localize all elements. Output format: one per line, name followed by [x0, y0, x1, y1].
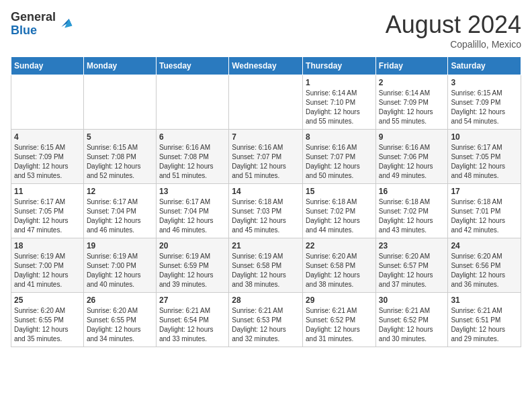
calendar-cell: 10Sunrise: 6:17 AM Sunset: 7:05 PM Dayli…: [448, 130, 521, 184]
calendar-cell: 5Sunrise: 6:15 AM Sunset: 7:08 PM Daylig…: [83, 130, 156, 184]
day-number: 29: [306, 295, 373, 305]
day-info: Sunrise: 6:17 AM Sunset: 7:05 PM Dayligh…: [451, 143, 518, 181]
day-number: 30: [379, 295, 445, 305]
calendar-cell: 12Sunrise: 6:17 AM Sunset: 7:04 PM Dayli…: [83, 184, 156, 238]
day-number: 12: [87, 187, 153, 196]
day-number: 21: [232, 241, 300, 250]
calendar-cell: 23Sunrise: 6:20 AM Sunset: 6:57 PM Dayli…: [375, 238, 448, 293]
logo-blue: Blue: [11, 24, 56, 38]
day-info: Sunrise: 6:20 AM Sunset: 6:55 PM Dayligh…: [87, 306, 153, 344]
weekday-header: Wednesday: [229, 57, 303, 75]
calendar-cell: 8Sunrise: 6:16 AM Sunset: 7:07 PM Daylig…: [303, 130, 376, 184]
title-block: August 2024 Copalillo, Mexico: [386, 11, 521, 50]
page-header: General Blue August 2024 Copalillo, Mexi…: [11, 11, 521, 50]
day-number: 10: [451, 132, 518, 142]
weekday-header: Sunday: [11, 57, 84, 75]
logo-icon: [57, 16, 73, 32]
calendar-cell: [83, 75, 156, 130]
calendar-cell: 29Sunrise: 6:21 AM Sunset: 6:52 PM Dayli…: [303, 293, 376, 347]
day-number: 31: [451, 295, 518, 305]
day-info: Sunrise: 6:18 AM Sunset: 7:03 PM Dayligh…: [232, 197, 300, 235]
day-number: 14: [232, 187, 300, 196]
day-number: 27: [159, 295, 226, 305]
calendar-body: 1Sunrise: 6:14 AM Sunset: 7:10 PM Daylig…: [11, 75, 521, 347]
day-info: Sunrise: 6:21 AM Sunset: 6:53 PM Dayligh…: [232, 306, 300, 344]
day-number: 5: [87, 132, 153, 142]
day-info: Sunrise: 6:20 AM Sunset: 6:56 PM Dayligh…: [451, 252, 518, 289]
day-info: Sunrise: 6:16 AM Sunset: 7:08 PM Dayligh…: [159, 143, 226, 181]
day-info: Sunrise: 6:20 AM Sunset: 6:58 PM Dayligh…: [306, 252, 373, 289]
day-info: Sunrise: 6:15 AM Sunset: 7:09 PM Dayligh…: [14, 143, 81, 181]
calendar-week-row: 11Sunrise: 6:17 AM Sunset: 7:05 PM Dayli…: [11, 184, 521, 238]
day-info: Sunrise: 6:15 AM Sunset: 7:08 PM Dayligh…: [87, 143, 153, 181]
day-info: Sunrise: 6:16 AM Sunset: 7:07 PM Dayligh…: [232, 143, 300, 181]
month-year-title: August 2024: [386, 11, 521, 39]
calendar-header: SundayMondayTuesdayWednesdayThursdayFrid…: [11, 57, 521, 75]
calendar-cell: 4Sunrise: 6:15 AM Sunset: 7:09 PM Daylig…: [11, 130, 84, 184]
day-number: 6: [159, 132, 226, 142]
day-info: Sunrise: 6:21 AM Sunset: 6:52 PM Dayligh…: [379, 306, 445, 344]
calendar-cell: 7Sunrise: 6:16 AM Sunset: 7:07 PM Daylig…: [229, 130, 303, 184]
day-info: Sunrise: 6:21 AM Sunset: 6:51 PM Dayligh…: [451, 306, 518, 344]
calendar-cell: 6Sunrise: 6:16 AM Sunset: 7:08 PM Daylig…: [156, 130, 228, 184]
calendar-cell: 18Sunrise: 6:19 AM Sunset: 7:00 PM Dayli…: [11, 238, 84, 293]
day-info: Sunrise: 6:17 AM Sunset: 7:04 PM Dayligh…: [159, 197, 226, 235]
calendar-cell: 1Sunrise: 6:14 AM Sunset: 7:10 PM Daylig…: [303, 75, 376, 130]
day-info: Sunrise: 6:15 AM Sunset: 7:09 PM Dayligh…: [451, 89, 518, 126]
location-subtitle: Copalillo, Mexico: [386, 39, 521, 50]
day-info: Sunrise: 6:20 AM Sunset: 6:57 PM Dayligh…: [379, 252, 445, 289]
day-info: Sunrise: 6:18 AM Sunset: 7:02 PM Dayligh…: [306, 197, 373, 235]
calendar-cell: [11, 75, 84, 130]
day-info: Sunrise: 6:16 AM Sunset: 7:07 PM Dayligh…: [306, 143, 373, 181]
calendar-cell: 28Sunrise: 6:21 AM Sunset: 6:53 PM Dayli…: [229, 293, 303, 347]
day-info: Sunrise: 6:14 AM Sunset: 7:10 PM Dayligh…: [306, 89, 373, 126]
calendar-cell: [229, 75, 303, 130]
day-info: Sunrise: 6:17 AM Sunset: 7:05 PM Dayligh…: [14, 197, 81, 235]
weekday-header: Monday: [83, 57, 156, 75]
calendar-week-row: 1Sunrise: 6:14 AM Sunset: 7:10 PM Daylig…: [11, 75, 521, 130]
day-number: 7: [232, 132, 300, 142]
day-number: 11: [14, 187, 81, 196]
calendar-cell: 13Sunrise: 6:17 AM Sunset: 7:04 PM Dayli…: [156, 184, 228, 238]
calendar-cell: 24Sunrise: 6:20 AM Sunset: 6:56 PM Dayli…: [448, 238, 521, 293]
day-info: Sunrise: 6:19 AM Sunset: 7:00 PM Dayligh…: [87, 252, 153, 289]
day-number: 22: [306, 241, 373, 250]
day-number: 3: [451, 78, 518, 87]
calendar-cell: 2Sunrise: 6:14 AM Sunset: 7:09 PM Daylig…: [375, 75, 448, 130]
day-info: Sunrise: 6:21 AM Sunset: 6:52 PM Dayligh…: [306, 306, 373, 344]
day-number: 18: [14, 241, 81, 250]
day-number: 1: [306, 78, 373, 87]
day-number: 28: [232, 295, 300, 305]
day-info: Sunrise: 6:17 AM Sunset: 7:04 PM Dayligh…: [87, 197, 153, 235]
day-info: Sunrise: 6:20 AM Sunset: 6:55 PM Dayligh…: [14, 306, 81, 344]
day-number: 24: [451, 241, 518, 250]
day-info: Sunrise: 6:18 AM Sunset: 7:01 PM Dayligh…: [451, 197, 518, 235]
calendar-cell: 11Sunrise: 6:17 AM Sunset: 7:05 PM Dayli…: [11, 184, 84, 238]
day-info: Sunrise: 6:19 AM Sunset: 7:00 PM Dayligh…: [14, 252, 81, 289]
calendar-cell: 21Sunrise: 6:19 AM Sunset: 6:58 PM Dayli…: [229, 238, 303, 293]
day-info: Sunrise: 6:18 AM Sunset: 7:02 PM Dayligh…: [379, 197, 445, 235]
day-number: 17: [451, 187, 518, 196]
calendar-cell: 31Sunrise: 6:21 AM Sunset: 6:51 PM Dayli…: [448, 293, 521, 347]
calendar-cell: 30Sunrise: 6:21 AM Sunset: 6:52 PM Dayli…: [375, 293, 448, 347]
day-number: 23: [379, 241, 445, 250]
calendar-cell: 3Sunrise: 6:15 AM Sunset: 7:09 PM Daylig…: [448, 75, 521, 130]
calendar-cell: 22Sunrise: 6:20 AM Sunset: 6:58 PM Dayli…: [303, 238, 376, 293]
calendar-cell: 25Sunrise: 6:20 AM Sunset: 6:55 PM Dayli…: [11, 293, 84, 347]
day-number: 4: [14, 132, 81, 142]
calendar-cell: 26Sunrise: 6:20 AM Sunset: 6:55 PM Dayli…: [83, 293, 156, 347]
day-number: 15: [306, 187, 373, 196]
day-number: 8: [306, 132, 373, 142]
weekday-header: Saturday: [448, 57, 521, 75]
calendar-cell: 9Sunrise: 6:16 AM Sunset: 7:06 PM Daylig…: [375, 130, 448, 184]
day-number: 26: [87, 295, 153, 305]
calendar-cell: 16Sunrise: 6:18 AM Sunset: 7:02 PM Dayli…: [375, 184, 448, 238]
calendar-cell: 20Sunrise: 6:19 AM Sunset: 6:59 PM Dayli…: [156, 238, 228, 293]
calendar-week-row: 25Sunrise: 6:20 AM Sunset: 6:55 PM Dayli…: [11, 293, 521, 347]
logo-general: General: [11, 11, 56, 24]
day-info: Sunrise: 6:16 AM Sunset: 7:06 PM Dayligh…: [379, 143, 445, 181]
calendar-cell: 15Sunrise: 6:18 AM Sunset: 7:02 PM Dayli…: [303, 184, 376, 238]
calendar-week-row: 4Sunrise: 6:15 AM Sunset: 7:09 PM Daylig…: [11, 130, 521, 184]
calendar-cell: 17Sunrise: 6:18 AM Sunset: 7:01 PM Dayli…: [448, 184, 521, 238]
calendar-cell: 14Sunrise: 6:18 AM Sunset: 7:03 PM Dayli…: [229, 184, 303, 238]
